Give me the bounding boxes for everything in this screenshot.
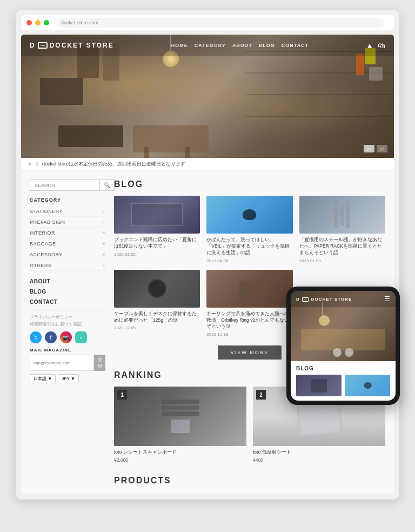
blog-thumb-2 <box>206 196 292 234</box>
browser-window: docket-store.com <box>16 10 399 500</box>
blog-title-1: ブックエンド難民に広めたい「直角には81度足りない本立て」 <box>114 237 200 250</box>
mobile-blog-thumb-1[interactable] <box>296 375 342 396</box>
category-section: CATEGORY STATIONERY + PREFAB SIGN + INTE… <box>30 197 105 271</box>
category-prefab-sign[interactable]: PREFAB SIGN + <box>30 217 105 228</box>
category-baggage[interactable]: BAGGAGE + <box>30 238 105 249</box>
close-button[interactable] <box>26 20 32 25</box>
slider-dot-2[interactable]: 03 <box>377 145 387 152</box>
instagram-icon[interactable]: 📷 <box>60 331 72 343</box>
ranking-name-1: toto レシートスキャンボード <box>114 449 246 456</box>
maximize-button[interactable] <box>44 20 49 25</box>
mail-submit-button[interactable]: 登録 <box>94 355 105 371</box>
blog-date-3: 2023.01.09 <box>299 258 385 263</box>
minimize-button[interactable] <box>35 20 41 25</box>
category-baggage-label: BAGGAGE <box>30 241 56 247</box>
blog-date-5: 2022.11.18 <box>206 332 292 337</box>
blog-post-4[interactable]: ケーブルを美しくデスクに保持するために必要だった「125g」の話 2022.12… <box>114 270 200 337</box>
nav-about[interactable]: ABOUT <box>232 43 252 48</box>
nav-blog[interactable]: BLOG <box>259 43 275 48</box>
legal-link[interactable]: 特定商取引法に基づく表記 <box>30 321 105 327</box>
nav-links: HOME CATEGORY ABOUT BLOG CONTACT <box>171 43 309 48</box>
cart-icon[interactable]: 🛍 <box>378 41 385 50</box>
blog-post-3[interactable]: 「置換用のスチール棚」が好きなあなたへ。PAPER RACKを部屋に置くとたまら… <box>299 196 385 263</box>
social-links: 𝕏 f 📷 n <box>30 331 105 343</box>
logo-bracket <box>38 42 48 49</box>
slider-indicators: 02 03 <box>364 145 387 152</box>
note-icon[interactable]: n <box>75 331 87 343</box>
mobile-hero: D DOCKET STORE ☰ ‹ › <box>291 291 396 361</box>
blog-title-3: 「置換用のスチール棚」が好きなあなたへ。PAPER RACKを部屋に置くとたまら… <box>299 237 385 256</box>
expand-icon: + <box>102 230 105 236</box>
mobile-blog-section: BLOG <box>291 361 396 401</box>
mail-input[interactable] <box>30 355 94 371</box>
blog-post-5[interactable]: キーリングで爪を痛めてきた人類への救済 Orbitkey Ring v2がとんで… <box>206 270 292 337</box>
site-logo[interactable]: D DOCKET STORE <box>30 42 114 49</box>
mobile-menu-icon[interactable]: ☰ <box>384 295 390 303</box>
ticker-icon: 𝕏 <box>35 162 39 167</box>
blog-post-2[interactable]: かばんだって、洗ってほしい。「VEIL」が提案する「リュックを気軽に洗える生活」… <box>206 196 292 263</box>
blog-title-2: かばんだって、洗ってほしい。「VEIL」が提案する「リュックを気軽に洗える生活」… <box>206 237 292 256</box>
sidebar-blog[interactable]: BLOG <box>30 287 105 297</box>
language-selector: 日本語 ▼ JPY ▼ <box>30 374 105 383</box>
search-input[interactable] <box>30 179 99 191</box>
mobile-blog-grid <box>296 375 390 396</box>
ranking-number-2: 2 <box>256 390 266 400</box>
category-stationery[interactable]: STATIONERY + <box>30 206 105 217</box>
blog-title-4: ケーブルを美しくデスクに保持するために必要だった「125g」の話 <box>114 311 200 324</box>
announcement-ticker: ✕ 𝕏 docket storeは水木定休日のため、次回出荷日は金曜日となります <box>21 158 394 171</box>
mobile-logo: D DOCKET STORE <box>296 296 352 302</box>
expand-icon: + <box>102 219 105 225</box>
notification-icon[interactable]: ▲ <box>366 41 373 50</box>
category-others[interactable]: OTHERS + <box>30 260 105 271</box>
mobile-mockup: D DOCKET STORE ☰ ‹ › BLOG <box>286 287 400 405</box>
nav-home[interactable]: HOME <box>171 43 188 48</box>
ranking-price-2: ¥400 <box>253 457 385 463</box>
language-dropdown[interactable]: 日本語 ▼ <box>30 374 56 383</box>
blog-thumb-5 <box>206 270 292 308</box>
currency-dropdown[interactable]: JPY ▼ <box>58 374 79 383</box>
mobile-blog-thumb-2[interactable] <box>345 375 390 396</box>
sidebar: 🔍 CATEGORY STATIONERY + PREFAB SIGN + IN… <box>30 179 105 486</box>
privacy-link[interactable]: プライバシーポリシー <box>30 314 105 320</box>
mobile-screen: D DOCKET STORE ☰ ‹ › BLOG <box>291 291 396 401</box>
ranking-price-1: ¥2,600 <box>114 457 246 463</box>
blog-section-title: BLOG <box>114 179 385 189</box>
mobile-slider-controls: ‹ › <box>333 348 353 357</box>
sidebar-contact[interactable]: CONTACT <box>30 297 105 307</box>
category-interior[interactable]: INTERIOR + <box>30 228 105 238</box>
logo-text: DOCKET STORE <box>50 42 114 49</box>
mobile-next-button[interactable]: › <box>345 348 353 357</box>
ranking-number-1: 1 <box>117 390 127 400</box>
address-bar[interactable]: docket-store.com <box>57 18 384 28</box>
category-accessory-label: ACCESSORY <box>30 252 63 257</box>
view-more-button[interactable]: VIEW MORE <box>218 345 282 360</box>
category-accessory[interactable]: ACCESSORY + <box>30 249 105 260</box>
products-section-title: PRODUCTS <box>114 471 385 486</box>
mobile-blog-title: BLOG <box>296 365 390 371</box>
ranking-thumb-1: 1 <box>114 387 246 446</box>
blog-date-1: 2020.03.22 <box>114 252 200 257</box>
nav-action-icons: ▲ 🛍 <box>366 41 385 50</box>
category-stationery-label: STATIONERY <box>30 209 63 214</box>
nav-contact[interactable]: CONTACT <box>282 43 309 48</box>
blog-thumb-1 <box>114 196 200 234</box>
blog-thumb-4 <box>114 270 200 308</box>
sidebar-about[interactable]: ABOUT <box>30 276 105 287</box>
category-title: CATEGORY <box>30 197 105 203</box>
ranking-name-2: toto 低反射シート <box>253 449 385 456</box>
mobile-prev-button[interactable]: ‹ <box>333 348 342 357</box>
facebook-icon[interactable]: f <box>45 331 57 343</box>
ranking-item-1[interactable]: 1 toto レシートスキャンボード ¥2,600 <box>114 387 246 463</box>
expand-icon: + <box>102 251 105 257</box>
search-button[interactable]: 🔍 <box>99 179 115 191</box>
ticker-close[interactable]: ✕ <box>28 161 32 167</box>
blog-title-5: キーリングで爪を痛めてきた人類への救済 Orbitkey Ring v2がとんで… <box>206 311 292 330</box>
mail-form: 登録 <box>30 355 105 371</box>
site-navbar: D DOCKET STORE HOME CATEGORY ABOUT BLOG … <box>21 35 394 56</box>
expand-icon: + <box>102 208 105 214</box>
twitter-icon[interactable]: 𝕏 <box>30 331 42 343</box>
blog-post-1[interactable]: ブックエンド難民に広めたい「直角には81度足りない本立て」 2020.03.22 <box>114 196 200 263</box>
blog-date-2: 2023.04.08 <box>206 258 292 263</box>
nav-category[interactable]: CATEGORY <box>195 43 226 48</box>
slider-dot-1[interactable]: 02 <box>364 145 374 152</box>
